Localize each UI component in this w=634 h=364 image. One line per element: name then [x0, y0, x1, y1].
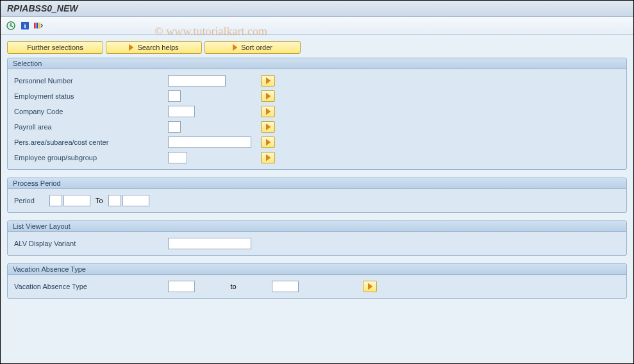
vacation-to-label: to [195, 283, 272, 290]
list-viewer-header: List Viewer Layout [8, 221, 626, 232]
arrow-right-icon [266, 93, 271, 99]
employment-status-input[interactable] [168, 90, 181, 102]
svg-text:i: i [24, 22, 26, 29]
employment-status-label: Employment status [14, 92, 168, 100]
arrow-right-icon [266, 78, 271, 84]
further-selections-button[interactable]: Further selections [7, 41, 103, 54]
period-to-year-input[interactable] [122, 195, 149, 206]
content-area: Further selections Search helps Sort ord… [1, 35, 633, 363]
pers-area-multiselect-button[interactable] [261, 136, 275, 148]
employee-group-multiselect-button[interactable] [261, 152, 275, 163]
payroll-area-label: Payroll area [14, 123, 168, 131]
company-code-multiselect-button[interactable] [261, 106, 275, 117]
employment-status-multiselect-button[interactable] [261, 90, 275, 102]
vacation-absence-group: Vacation Absence Type Vacation Absence T… [7, 263, 627, 299]
window-title: RPIABSS0_NEW [7, 3, 78, 13]
sort-order-label: Sort order [241, 44, 272, 51]
execute-icon[interactable] [6, 21, 16, 31]
search-helps-label: Search helps [137, 44, 178, 51]
sort-order-button[interactable]: Sort order [204, 41, 301, 54]
svg-rect-5 [37, 22, 38, 28]
arrow-right-icon [233, 44, 237, 51]
pers-area-input[interactable] [168, 136, 251, 148]
arrow-right-icon [266, 124, 271, 130]
alv-variant-label: ALV Display Variant [14, 240, 168, 247]
svg-point-1 [9, 24, 12, 27]
arrow-right-icon [368, 283, 372, 290]
company-code-input[interactable] [168, 106, 195, 117]
pers-area-label: Pers.area/subarea/cost center [14, 138, 168, 146]
app-window: RPIABSS0_NEW i © www.tutorialkart.com Fu… [0, 0, 634, 364]
svg-rect-6 [38, 22, 40, 28]
alv-variant-input[interactable] [168, 238, 251, 249]
payroll-area-multiselect-button[interactable] [261, 121, 275, 133]
selection-group: Selection Personnel Number Employment st… [7, 58, 627, 170]
search-helps-button[interactable]: Search helps [106, 41, 202, 54]
svg-rect-4 [34, 22, 36, 28]
vacation-type-from-input[interactable] [168, 281, 195, 292]
personnel-number-input[interactable] [168, 75, 226, 87]
period-to-label: To [96, 197, 103, 204]
arrow-right-icon [266, 139, 271, 145]
layout-variant-icon[interactable] [34, 21, 44, 31]
employee-group-input[interactable] [168, 152, 187, 163]
selection-group-header: Selection [8, 58, 626, 69]
vacation-absence-header: Vacation Absence Type [8, 264, 626, 275]
payroll-area-input[interactable] [168, 121, 181, 133]
vacation-type-multiselect-button[interactable] [363, 281, 377, 292]
period-label: Period [14, 197, 49, 204]
period-to-month-input[interactable] [108, 195, 121, 206]
further-selections-label: Further selections [27, 44, 83, 51]
process-period-header: Process Period [8, 178, 626, 189]
arrow-right-icon [266, 108, 271, 115]
personnel-number-label: Personnel Number [14, 77, 168, 85]
vacation-type-to-input[interactable] [272, 281, 299, 292]
vacation-type-label: Vacation Absence Type [14, 283, 168, 290]
toolbar: i [1, 17, 633, 35]
selection-button-row: Further selections Search helps Sort ord… [7, 41, 627, 54]
arrow-right-icon [129, 44, 133, 51]
list-viewer-group: List Viewer Layout ALV Display Variant [7, 220, 627, 256]
period-from-month-input[interactable] [49, 195, 62, 206]
company-code-label: Company Code [14, 108, 168, 115]
arrow-right-icon [266, 154, 271, 161]
title-bar: RPIABSS0_NEW [1, 1, 633, 17]
personnel-number-multiselect-button[interactable] [261, 75, 275, 87]
period-from-year-input[interactable] [63, 195, 90, 206]
info-icon[interactable]: i [20, 21, 30, 31]
employee-group-label: Employee group/subgroup [14, 154, 168, 161]
process-period-group: Process Period Period To [7, 178, 627, 213]
